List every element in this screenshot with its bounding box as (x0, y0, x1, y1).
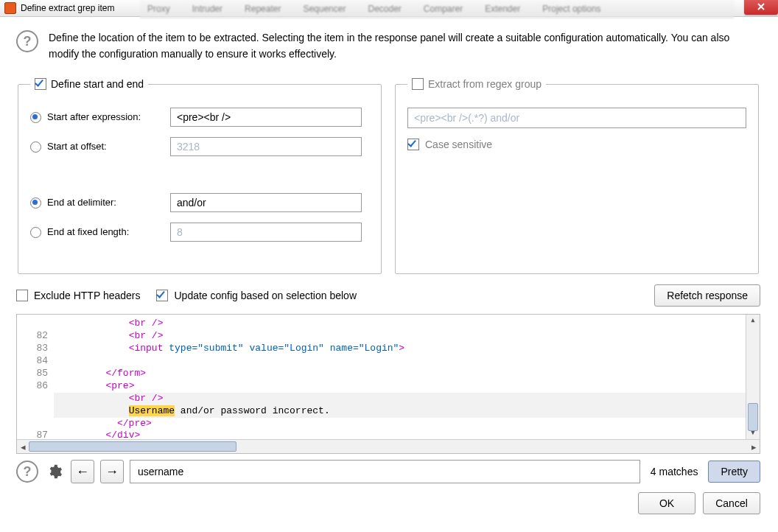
scroll-right-icon[interactable]: ▸ (748, 441, 760, 452)
window-close-button[interactable] (744, 0, 778, 15)
refetch-button[interactable]: Refetch response (654, 284, 760, 307)
regex-label: Extract from regex group (428, 78, 542, 90)
settings-button[interactable] (44, 461, 65, 482)
blurred-tabs: ProxyIntruderRepeaterSequencerDecoderCom… (140, 0, 734, 18)
titlebar: Define extract grep item ProxyIntruderRe… (0, 0, 778, 17)
vertical-scrollbar[interactable]: ▴ ▾ (746, 315, 760, 439)
start-after-label[interactable]: Start after expression: (30, 111, 170, 123)
start-after-radio[interactable] (30, 112, 41, 123)
start-offset-label[interactable]: Start at offset: (30, 141, 170, 153)
define-start-end-checkbox[interactable] (35, 78, 46, 90)
response-editor: 8283848586878889 <br /> <br /> <input ty… (16, 314, 760, 454)
define-start-end-label: Define start and end (51, 78, 144, 90)
regex-legend[interactable]: Extract from regex group (407, 78, 546, 90)
define-start-end-legend[interactable]: Define start and end (30, 78, 148, 90)
scroll-down-icon[interactable]: ▾ (746, 427, 760, 439)
close-icon (757, 2, 765, 11)
start-offset-input[interactable] (170, 137, 362, 156)
scroll-up-icon[interactable]: ▴ (746, 315, 760, 326)
regex-input[interactable] (407, 108, 746, 128)
exclude-headers-checkbox[interactable] (16, 290, 28, 301)
help-icon[interactable]: ? (16, 30, 38, 52)
end-fixed-input[interactable] (170, 223, 362, 242)
case-sensitive-checkbox[interactable] (407, 139, 419, 150)
end-delimiter-label[interactable]: End at delimiter: (30, 197, 170, 209)
scroll-left-icon[interactable]: ◂ (17, 441, 29, 452)
end-fixed-label[interactable]: End at fixed length: (30, 226, 170, 238)
cancel-button[interactable]: Cancel (703, 492, 760, 514)
ok-button[interactable]: OK (638, 492, 695, 514)
end-delimiter-input[interactable] (170, 193, 362, 212)
horizontal-scroll-thumb[interactable] (29, 441, 236, 452)
horizontal-scrollbar[interactable]: ◂ ▸ (17, 439, 760, 453)
window-title: Define extract grep item (21, 3, 114, 13)
pretty-button[interactable]: Pretty (708, 461, 760, 483)
end-fixed-radio[interactable] (30, 227, 41, 238)
regex-group: Extract from regex group Case sensitive (395, 78, 759, 274)
end-delimiter-radio[interactable] (30, 197, 41, 209)
search-prev-button[interactable]: ← (71, 460, 94, 483)
line-gutter: 8283848586878889 (17, 315, 54, 439)
define-start-end-group: Define start and end Start after express… (18, 78, 382, 274)
search-next-button[interactable]: → (100, 460, 124, 483)
start-offset-radio[interactable] (30, 141, 41, 153)
description-text: Define the location of the item to be ex… (49, 30, 760, 62)
search-input[interactable] (130, 460, 640, 483)
app-icon (4, 2, 16, 14)
start-after-input[interactable] (170, 108, 362, 127)
code-area[interactable]: <br /> <br /> <input type="submit" value… (54, 315, 746, 439)
search-help-icon[interactable]: ? (16, 461, 38, 483)
exclude-headers-label: Exclude HTTP headers (34, 290, 140, 301)
regex-checkbox[interactable] (412, 78, 424, 90)
gear-icon (46, 463, 63, 480)
update-config-label: Update config based on selection below (174, 290, 357, 301)
update-config-checkbox[interactable] (156, 290, 168, 301)
match-count: 4 matches (646, 466, 703, 477)
case-sensitive-label: Case sensitive (425, 139, 492, 150)
